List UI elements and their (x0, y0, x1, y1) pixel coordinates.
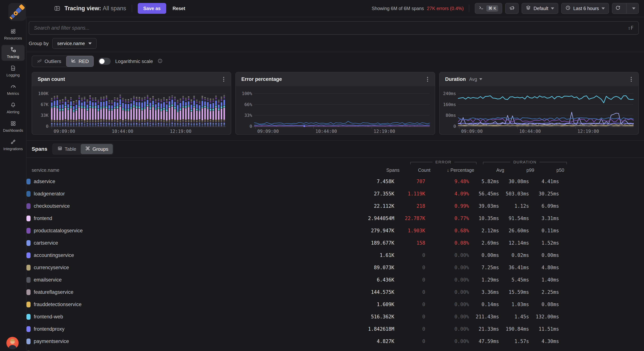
series-color-marker (26, 216, 30, 221)
error-percentage-value: 4.09% (425, 191, 469, 196)
refresh-options-button[interactable] (629, 3, 638, 14)
table-row[interactable]: paymentservice4.827K00.00%47.59ms1.57s4.… (26, 335, 644, 348)
series-color-marker (26, 179, 30, 184)
service-name-cell: frontend-web (26, 314, 357, 320)
command-palette-button[interactable]: ⌘ K (475, 3, 502, 14)
service-name-cell: productcatalogservice (26, 228, 357, 234)
table-row[interactable]: loadgenerator27.355K1.119K4.09%56.45ms50… (26, 188, 644, 200)
service-name: frontend-web (34, 314, 63, 320)
log-scale-toggle[interactable] (98, 58, 111, 65)
table-row[interactable]: cartservice189.677K1580.08%2.69ms12.14ms… (26, 237, 644, 249)
service-name-cell: frontend (26, 216, 357, 221)
sidebar-item-dashboards[interactable]: Dashboards (2, 119, 24, 134)
kebab-menu-icon[interactable] (222, 76, 225, 83)
p50-duration-value: 4.80ms (529, 265, 559, 270)
service-name-cell: checkoutservice (26, 203, 357, 209)
sidebar-item-integrations[interactable]: Integrations (2, 137, 24, 153)
sort-descending-icon: ↓ (447, 168, 449, 173)
column-header-p99[interactable]: p99 (504, 168, 534, 173)
p99-duration-value: 1.45s (499, 314, 529, 320)
refresh-split-button (612, 3, 639, 14)
column-header-percentage[interactable]: ↓ Percentage (430, 168, 474, 173)
svg-text:09:09:00: 09:09:00 (257, 129, 279, 134)
table-row[interactable]: frontendproxy1.842618M00.00%21.33ms190.8… (26, 323, 644, 335)
groups-view-tab[interactable]: Groups (81, 144, 113, 154)
svg-text:12:19:00: 12:19:00 (577, 129, 599, 134)
announcements-button[interactable] (505, 3, 518, 14)
svg-text:10:44:00: 10:44:00 (519, 129, 541, 134)
p99-duration-value: 190.84ms (499, 326, 529, 332)
service-name: cartservice (34, 240, 58, 246)
kebab-menu-icon[interactable] (426, 76, 429, 83)
duration-aggregation-dropdown[interactable]: Avg (469, 76, 482, 82)
spans-value: 89.073K (357, 265, 394, 270)
avg-duration-value: 3.36ms (469, 289, 499, 295)
sidebar-item-resources[interactable]: Resources (2, 26, 24, 42)
series-color-marker (26, 289, 30, 295)
kebab-menu-icon[interactable] (630, 76, 633, 83)
time-range-dropdown[interactable]: Last 6 hours (561, 3, 609, 14)
table-row[interactable]: currencyservice89.073K00.00%7.25ms36.41m… (26, 262, 644, 274)
column-header-p50[interactable]: p50 (534, 168, 564, 173)
table-view-tab[interactable]: Table (53, 144, 81, 154)
error-percentage-value: 0.00% (425, 338, 469, 344)
table-row[interactable]: emailservice6.436K00.00%1.29ms5.45ms1.40… (26, 274, 644, 286)
column-header-count[interactable]: Count (400, 168, 430, 173)
refresh-button[interactable] (612, 3, 624, 14)
error-count-value: 0 (394, 252, 425, 258)
sidebar-item-logging[interactable]: Logging (2, 63, 24, 79)
p50-duration-value: 0.00ms (529, 252, 559, 258)
info-icon[interactable] (158, 58, 163, 64)
svg-text:33K: 33K (40, 113, 48, 118)
table-row[interactable]: frontend-web516.362K00.00%211.43ms1.45s1… (26, 310, 644, 323)
service-name: currencyservice (34, 265, 69, 270)
column-header-service-name[interactable]: service.name (32, 168, 362, 173)
outliers-tab[interactable]: Outliers (32, 56, 66, 67)
terminal-icon (479, 6, 484, 11)
save-as-button[interactable]: Save as (138, 3, 166, 14)
table-row[interactable]: frontend2.944054M22.787K0.77%10.35ms91.5… (26, 212, 644, 224)
sidebar-item-tracing[interactable]: Tracing (2, 45, 24, 61)
preset-dropdown[interactable]: Default (522, 3, 558, 14)
series-color-marker (26, 203, 30, 209)
column-header-avg[interactable]: Avg (474, 168, 504, 173)
duration-chart[interactable]: 080ms160ms240ms09:09:0010:44:0012:19:00 (440, 86, 638, 134)
duration-group-header: DURATION (483, 160, 567, 165)
spans-value: 22.112K (357, 203, 394, 209)
top-bar: Tracing view: All spans Save as Reset Sh… (0, 0, 644, 17)
table-row[interactable]: accountingservice1.61K00.00%0.00ms0.02ms… (26, 249, 644, 262)
group-by-dropdown[interactable]: service.name (52, 38, 96, 49)
error-count-status: 27K errors (0.4%) (427, 6, 464, 11)
groups-icon (85, 146, 90, 152)
app-logo-icon[interactable] (8, 2, 26, 21)
error-percentage-card: Error percentage 033%66%100%09:09:0010:4… (235, 72, 435, 135)
column-header-spans[interactable]: Spans (362, 168, 400, 173)
red-tab[interactable]: RED (66, 56, 94, 67)
table-row[interactable]: checkoutservice22.112K2180.99%39.03ms1.1… (26, 200, 644, 212)
sidebar-item-metrics[interactable]: Metrics (2, 82, 24, 98)
user-avatar[interactable] (6, 337, 19, 349)
reset-button[interactable]: Reset (172, 6, 185, 11)
table-row[interactable]: featureflagservice144.575K00.00%3.36ms15… (26, 286, 644, 298)
error-percentage-chart[interactable]: 033%66%100%09:09:0010:44:0012:19:00 (236, 86, 435, 134)
collapse-panel-icon[interactable] (54, 5, 60, 12)
chart-mode-segmented-control: Outliers RED (32, 56, 94, 67)
sidebar-item-alerting[interactable]: Alerting (2, 100, 24, 116)
error-percentage-value: 0.00% (425, 265, 469, 270)
svg-text:66%: 66% (244, 102, 252, 107)
service-name-cell: currencyservice (26, 265, 357, 270)
table-row[interactable]: quoteservice4.83K00.00%1.70ms12.07ms0.32… (26, 348, 644, 351)
sidebar-item-label: Integrations (3, 147, 23, 151)
error-percentage-value: 0.68% (425, 228, 469, 234)
table-row[interactable]: productcatalogservice279.947K1.903K0.68%… (26, 224, 644, 237)
table-row[interactable]: frauddetectionservice1.609K00.00%0.14ms1… (26, 298, 644, 310)
group-by-label: Group by (29, 40, 49, 46)
table-row[interactable]: adservice7.458K7079.48%5.82ms30.08ms4.41… (26, 175, 644, 188)
avg-duration-value: 47.59ms (469, 338, 499, 344)
p99-duration-value: 1.03ms (499, 302, 529, 307)
search-input[interactable] (34, 25, 628, 31)
search-bar: ⇧F (29, 21, 639, 35)
error-percentage-value: 0.00% (425, 277, 469, 283)
span-count-chart[interactable]: 033K67K100K09:09:0010:44:0012:19:00 (32, 86, 231, 134)
series-color-marker (26, 265, 30, 270)
